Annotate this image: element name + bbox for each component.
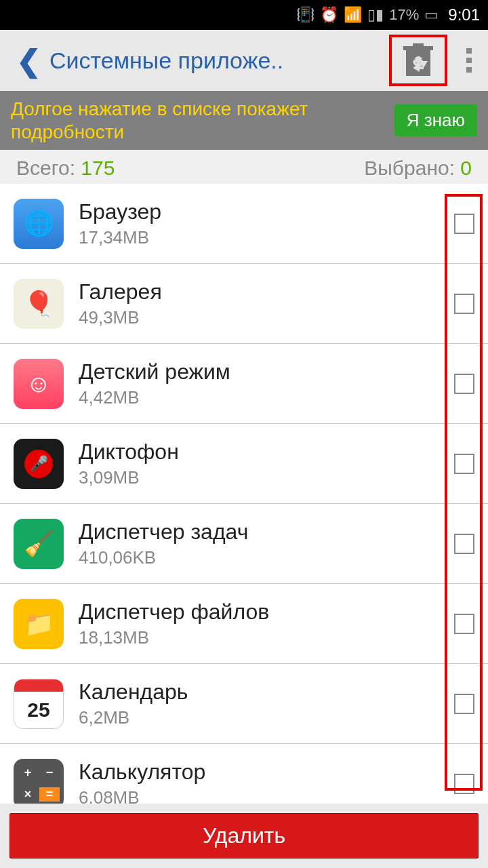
hint-banner: Долгое нажатие в списке покажет подробно… <box>0 91 488 150</box>
select-checkbox[interactable] <box>454 374 474 394</box>
select-checkbox[interactable] <box>454 214 474 234</box>
app-name: Калькулятор <box>79 760 454 785</box>
app-name: Диктофон <box>79 439 454 465</box>
back-button[interactable]: ❮ <box>8 43 49 78</box>
app-name: Браузер <box>79 199 454 224</box>
hint-text: Долгое нажатие в списке покажет подробно… <box>11 98 394 143</box>
select-checkbox[interactable] <box>454 694 474 714</box>
app-size: 4,42MB <box>79 387 454 408</box>
kids-mode-icon: ☺ <box>14 359 64 409</box>
app-size: 18,13MB <box>79 627 454 648</box>
list-item[interactable]: 🧹 Диспетчер задач 410,06KB <box>0 504 488 584</box>
battery-icon: ▭ <box>424 6 439 24</box>
app-name: Календарь <box>79 679 454 705</box>
clock: 9:01 <box>448 5 480 24</box>
svg-text:♻: ♻ <box>412 54 424 69</box>
recycle-bin-button[interactable]: ♻ <box>389 35 447 86</box>
select-checkbox[interactable] <box>454 534 474 554</box>
file-manager-icon: 📁 <box>14 599 64 649</box>
recorder-icon: 🎤 <box>14 439 64 489</box>
wifi-icon: 📶 <box>344 6 362 24</box>
gallery-icon: 🎈 <box>14 279 64 329</box>
total-count: Всего: 175 <box>16 157 115 180</box>
list-item[interactable]: 25 Календарь 6,2MB <box>0 664 488 744</box>
app-size: 3,09MB <box>79 467 454 488</box>
status-bar: 📳 ⏰ 📶 ▯▮ 17% ▭ 9:01 <box>0 0 488 30</box>
select-checkbox[interactable] <box>454 774 474 794</box>
selected-count: Выбрано: 0 <box>364 157 472 180</box>
list-item[interactable]: ☺ Детский режим 4,42MB <box>0 344 488 424</box>
footer: Удалить <box>0 804 488 868</box>
select-checkbox[interactable] <box>454 294 474 314</box>
overflow-menu-button[interactable] <box>458 48 480 73</box>
svg-rect-2 <box>413 43 424 47</box>
list-item[interactable]: 🌐 Браузер 17,34MB <box>0 184 488 264</box>
calendar-icon: 25 <box>14 679 64 729</box>
task-manager-icon: 🧹 <box>14 519 64 569</box>
app-list: 🌐 Браузер 17,34MB 🎈 Галерея 49,3MB ☺ Дет… <box>0 184 488 824</box>
select-checkbox[interactable] <box>454 614 474 634</box>
app-name: Детский режим <box>79 359 454 384</box>
select-checkbox[interactable] <box>454 454 474 474</box>
app-size: 49,3MB <box>79 307 454 328</box>
browser-icon: 🌐 <box>14 199 64 249</box>
list-item[interactable]: 🎈 Галерея 49,3MB <box>0 264 488 344</box>
signal-icon: ▯▮ <box>367 6 384 24</box>
battery-percent: 17% <box>389 6 419 24</box>
list-item[interactable]: 🎤 Диктофон 3,09MB <box>0 424 488 504</box>
stats-bar: Всего: 175 Выбрано: 0 <box>0 150 488 184</box>
calculator-icon: +−×= <box>14 759 64 809</box>
page-title: Системные приложе.. <box>49 47 389 74</box>
trash-recycle-icon: ♻ <box>403 43 433 77</box>
list-item[interactable]: 📁 Диспетчер файлов 18,13MB <box>0 584 488 664</box>
delete-button[interactable]: Удалить <box>9 813 479 859</box>
app-header: ❮ Системные приложе.. ♻ <box>0 30 488 91</box>
app-name: Диспетчер файлов <box>79 599 454 625</box>
alarm-icon: ⏰ <box>320 6 338 24</box>
vibrate-icon: 📳 <box>296 6 314 24</box>
app-name: Диспетчер задач <box>79 519 454 545</box>
app-size: 6,2MB <box>79 707 454 728</box>
dismiss-hint-button[interactable]: Я знаю <box>394 104 477 136</box>
app-name: Галерея <box>79 279 454 304</box>
app-size: 17,34MB <box>79 227 454 248</box>
app-size: 410,06KB <box>79 547 454 568</box>
